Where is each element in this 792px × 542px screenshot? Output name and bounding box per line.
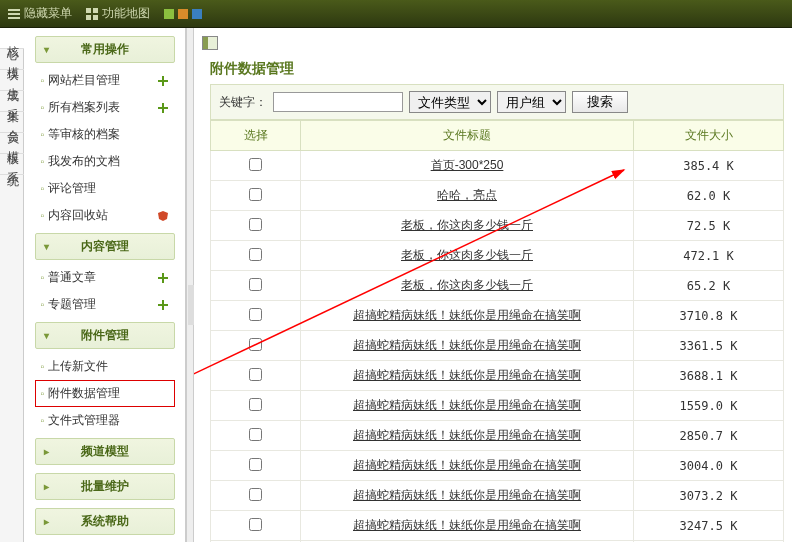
row-checkbox[interactable] [249, 308, 262, 321]
navgroup-系统帮助[interactable]: ▸系统帮助 [35, 508, 175, 535]
file-title-link[interactable]: 超搞蛇精病妹纸！妹纸你是用绳命在搞笑啊 [353, 338, 581, 352]
filetype-select[interactable]: 文件类型 [409, 91, 491, 113]
navitem-等审核的档案[interactable]: ▫等审核的档案 [35, 121, 175, 148]
chevron-down-icon: ▾ [44, 241, 49, 252]
file-title-link[interactable]: 老板，你这肉多少钱一斤 [401, 278, 533, 292]
navgroup-常用操作[interactable]: ▾常用操作 [35, 36, 175, 63]
file-title-link[interactable]: 哈哈，亮点 [437, 188, 497, 202]
sidetab-5[interactable]: 模板 [0, 133, 25, 154]
col-select: 选择 [211, 121, 301, 151]
splitter[interactable] [186, 28, 194, 542]
keyword-label: 关键字： [219, 94, 267, 111]
file-title-link[interactable]: 超搞蛇精病妹纸！妹纸你是用绳命在搞笑啊 [353, 518, 581, 532]
row-checkbox[interactable] [249, 218, 262, 231]
sidetab-2[interactable]: 生成 [0, 70, 25, 91]
table-row: 超搞蛇精病妹纸！妹纸你是用绳命在搞笑啊2850.7 K [211, 421, 784, 451]
file-size: 62.0 K [634, 181, 784, 211]
bullet-icon: ▫ [41, 75, 45, 86]
file-title-link[interactable]: 老板，你这肉多少钱一斤 [401, 248, 533, 262]
plus-icon [157, 299, 169, 311]
row-checkbox[interactable] [249, 278, 262, 291]
row-checkbox[interactable] [249, 338, 262, 351]
file-title-link[interactable]: 超搞蛇精病妹纸！妹纸你是用绳命在搞笑啊 [353, 398, 581, 412]
navitem-附件数据管理[interactable]: ▫附件数据管理 [35, 380, 175, 407]
navgroup-内容管理[interactable]: ▾内容管理 [35, 233, 175, 260]
main-content: 附件数据管理 关键字： 文件类型 用户组 搜索 选择 文件标题 文件大小 首页-… [194, 28, 792, 542]
bullet-icon: ▫ [41, 388, 45, 399]
table-row: 超搞蛇精病妹纸！妹纸你是用绳命在搞笑啊1559.0 K [211, 391, 784, 421]
navitem-上传新文件[interactable]: ▫上传新文件 [35, 353, 175, 380]
feature-map-button[interactable]: 功能地图 [86, 5, 150, 22]
file-size: 385.4 K [634, 151, 784, 181]
hide-menu-button[interactable]: 隐藏菜单 [8, 5, 72, 22]
navitem-文件式管理器[interactable]: ▫文件式管理器 [35, 407, 175, 434]
file-title-link[interactable]: 老板，你这肉多少钱一斤 [401, 218, 533, 232]
file-title-link[interactable]: 超搞蛇精病妹纸！妹纸你是用绳命在搞笑啊 [353, 308, 581, 322]
svg-rect-6 [93, 15, 98, 20]
bullet-icon: ▫ [41, 299, 45, 310]
search-button[interactable]: 搜索 [572, 91, 628, 113]
color-swatch-blue[interactable] [192, 9, 202, 19]
svg-rect-12 [158, 277, 168, 279]
chevron-down-icon: ▾ [44, 330, 49, 341]
table-row: 哈哈，亮点62.0 K [211, 181, 784, 211]
usergroup-select[interactable]: 用户组 [497, 91, 566, 113]
file-title-link[interactable]: 超搞蛇精病妹纸！妹纸你是用绳命在搞笑啊 [353, 428, 581, 442]
keyword-input[interactable] [273, 92, 403, 112]
row-checkbox[interactable] [249, 458, 262, 471]
data-table: 选择 文件标题 文件大小 首页-300*250385.4 K哈哈，亮点62.0 … [210, 120, 784, 542]
table-row: 超搞蛇精病妹纸！妹纸你是用绳命在搞笑啊3361.5 K [211, 331, 784, 361]
navitem-评论管理[interactable]: ▫评论管理 [35, 175, 175, 202]
table-row: 超搞蛇精病妹纸！妹纸你是用绳命在搞笑啊3710.8 K [211, 301, 784, 331]
file-title-link[interactable]: 超搞蛇精病妹纸！妹纸你是用绳命在搞笑啊 [353, 488, 581, 502]
sidetab-0[interactable]: 核心 [0, 28, 25, 49]
row-checkbox[interactable] [249, 158, 262, 171]
bullet-icon: ▫ [41, 415, 45, 426]
plus-icon [157, 272, 169, 284]
navitem-我发布的文档[interactable]: ▫我发布的文档 [35, 148, 175, 175]
color-swatch-green[interactable] [164, 9, 174, 19]
file-size: 3004.0 K [634, 451, 784, 481]
shield-icon [157, 210, 169, 222]
navitem-内容回收站[interactable]: ▫内容回收站 [35, 202, 175, 229]
color-swatch-orange[interactable] [178, 9, 188, 19]
hide-menu-label: 隐藏菜单 [24, 5, 72, 22]
chevron-down-icon: ▾ [44, 44, 49, 55]
row-checkbox[interactable] [249, 428, 262, 441]
bullet-icon: ▫ [41, 183, 45, 194]
bullet-icon: ▫ [41, 361, 45, 372]
navgroup-频道模型[interactable]: ▸频道模型 [35, 438, 175, 465]
page-title: 附件数据管理 [202, 54, 792, 84]
table-row: 首页-300*250385.4 K [211, 151, 784, 181]
svg-rect-14 [158, 304, 168, 306]
menu-icon [8, 8, 20, 20]
navgroup-附件管理[interactable]: ▾附件管理 [35, 322, 175, 349]
file-size: 1559.0 K [634, 391, 784, 421]
file-title-link[interactable]: 超搞蛇精病妹纸！妹纸你是用绳命在搞笑啊 [353, 458, 581, 472]
row-checkbox[interactable] [249, 248, 262, 261]
col-size: 文件大小 [634, 121, 784, 151]
sidetab-3[interactable]: 采集 [0, 91, 25, 112]
navitem-网站栏目管理[interactable]: ▫网站栏目管理 [35, 67, 175, 94]
file-title-link[interactable]: 超搞蛇精病妹纸！妹纸你是用绳命在搞笑啊 [353, 368, 581, 382]
row-checkbox[interactable] [249, 188, 262, 201]
row-checkbox[interactable] [249, 518, 262, 531]
navitem-所有档案列表[interactable]: ▫所有档案列表 [35, 94, 175, 121]
bullet-icon: ▫ [41, 210, 45, 221]
sidetab-1[interactable]: 模块 [0, 49, 25, 70]
file-title-link[interactable]: 首页-300*250 [431, 158, 504, 172]
navitem-专题管理[interactable]: ▫专题管理 [35, 291, 175, 318]
sidetab-4[interactable]: 会员 [0, 112, 25, 133]
file-size: 72.5 K [634, 211, 784, 241]
sidetab-6[interactable]: 系统 [0, 154, 25, 175]
row-checkbox[interactable] [249, 488, 262, 501]
navgroup-批量维护[interactable]: ▸批量维护 [35, 473, 175, 500]
row-checkbox[interactable] [249, 368, 262, 381]
table-row: 老板，你这肉多少钱一斤65.2 K [211, 271, 784, 301]
window-icon [202, 36, 218, 50]
chevron-down-icon: ▸ [44, 481, 49, 492]
table-row: 老板，你这肉多少钱一斤472.1 K [211, 241, 784, 271]
navitem-普通文章[interactable]: ▫普通文章 [35, 264, 175, 291]
file-size: 2850.7 K [634, 421, 784, 451]
row-checkbox[interactable] [249, 398, 262, 411]
